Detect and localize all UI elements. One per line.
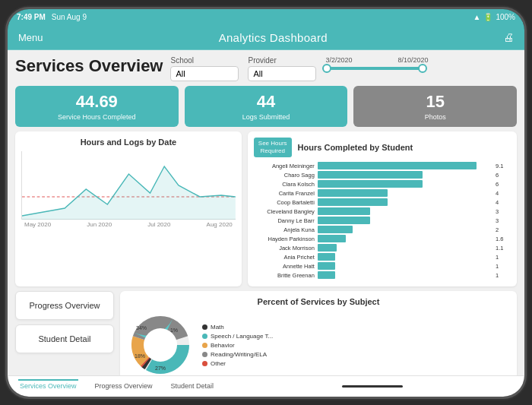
bar-fill xyxy=(318,235,346,242)
pie-content: 1% 34% 18% 27% Math S xyxy=(126,311,511,375)
bar-container xyxy=(318,198,492,206)
bar-row: Annette Hatt 1 xyxy=(254,262,511,270)
date-range-slider[interactable] xyxy=(325,67,424,70)
slider-thumb-left[interactable] xyxy=(322,64,331,73)
bar-container xyxy=(318,271,492,279)
bar-row: Cleveland Bangley 3 xyxy=(254,207,511,215)
bar-row: Danny Le Barr 3 xyxy=(254,217,511,224)
bar-fill xyxy=(318,198,388,206)
x-labels: May 2020 Jun 2020 Jul 2020 Aug 2020 xyxy=(21,221,236,228)
legend-label-other: Other xyxy=(211,360,226,367)
metric-card-logs: 44 Logs Submitted xyxy=(185,86,348,127)
bar-row: Anjela Kuna 2 xyxy=(254,226,511,233)
metric-label-logs: Logs Submitted xyxy=(192,113,340,121)
bar-fill xyxy=(318,217,370,224)
pie-chart-card: Percent of Services by Subject xyxy=(120,291,517,375)
tablet-inner: 7:49 PM Sun Aug 9 ▲ 🔋 100% Menu Analytic… xyxy=(8,9,524,397)
date-start: 3/2/2020 xyxy=(325,56,352,64)
menu-button[interactable]: Menu xyxy=(18,32,43,43)
see-hours-button[interactable]: See Hours Required xyxy=(254,138,292,158)
bar-fill xyxy=(318,262,335,270)
bar-label: Anjela Kuna xyxy=(254,226,315,233)
bar-container xyxy=(318,180,492,188)
bar-container xyxy=(318,235,492,242)
bar-value: 4 xyxy=(496,190,511,197)
bar-rows-container: Angeli Meininger 9.1 Charo Sagg 6 Clara … xyxy=(254,162,511,279)
legend-label-reading: Reading/Writing/ELA xyxy=(211,351,267,358)
bar-container xyxy=(318,207,492,215)
bar-chart-card: See Hours Required Hours Completed by St… xyxy=(248,131,517,287)
bar-label: Ania Prichet xyxy=(254,254,315,261)
bar-row: Clara Kolsch 6 xyxy=(254,180,511,188)
school-filter-label: School xyxy=(170,56,239,65)
metric-value-photos: 15 xyxy=(361,92,509,112)
tab-services-overview[interactable]: Services Overview xyxy=(18,379,78,393)
bar-container xyxy=(318,162,492,169)
legend-dot-speech xyxy=(202,334,207,339)
bar-fill xyxy=(318,271,335,279)
school-filter-group: School All xyxy=(170,56,239,81)
progress-overview-button[interactable]: Progress Overview xyxy=(15,291,114,320)
main-content: Services Overview School All Provider Al… xyxy=(8,50,524,375)
bar-fill xyxy=(318,171,423,179)
bar-chart-header: See Hours Required Hours Completed by St… xyxy=(254,138,511,158)
bar-fill xyxy=(318,189,388,197)
bar-row: Charo Sagg 6 xyxy=(254,171,511,179)
legend-dot-reading xyxy=(202,352,207,357)
status-time: 7:49 PM xyxy=(17,13,46,21)
svg-text:1%: 1% xyxy=(170,327,178,333)
bar-container xyxy=(318,217,492,224)
slider-fill xyxy=(325,67,424,70)
legend-other: Other xyxy=(202,360,273,367)
bottom-section: Progress Overview Student Detail Percent… xyxy=(15,291,517,375)
battery-icon: 🔋 xyxy=(483,13,492,21)
bar-label: Hayden Parkinson xyxy=(254,236,315,242)
tablet-frame: 7:49 PM Sun Aug 9 ▲ 🔋 100% Menu Analytic… xyxy=(8,9,524,397)
school-filter-select[interactable]: All xyxy=(170,66,239,81)
line-chart-svg xyxy=(22,151,236,220)
filter-row: School All Provider All 3/2/2020 xyxy=(170,56,517,81)
top-section: Services Overview School All Provider Al… xyxy=(15,56,517,81)
slider-thumb-right[interactable] xyxy=(418,64,427,73)
pie-legend: Math Speech / Language T... Behavior xyxy=(202,324,273,367)
svg-text:27%: 27% xyxy=(155,365,166,371)
x-label-2: Jul 2020 xyxy=(147,221,170,228)
bar-fill xyxy=(318,226,353,233)
provider-filter-select[interactable]: All xyxy=(248,66,316,81)
bar-value: 4 xyxy=(496,199,511,206)
bar-label: Danny Le Barr xyxy=(254,217,315,224)
bar-fill xyxy=(318,244,337,252)
pie-chart-svg: 1% 34% 18% 27% xyxy=(126,311,195,375)
x-label-1: Jun 2020 xyxy=(87,221,112,228)
bar-label: Britte Greenan xyxy=(254,272,315,279)
tab-student-detail[interactable]: Student Detail xyxy=(169,379,216,393)
legend-dot-behavior xyxy=(202,343,207,348)
bar-value: 1.1 xyxy=(496,245,511,252)
pie-chart-title: Percent of Services by Subject xyxy=(126,297,511,306)
bar-row: Coop Bartaletti 4 xyxy=(254,198,511,206)
student-detail-button[interactable]: Student Detail xyxy=(15,324,114,353)
bar-value: 3 xyxy=(496,208,511,215)
provider-filter-label: Provider xyxy=(248,56,316,65)
bar-value: 9.1 xyxy=(496,163,511,169)
nav-bar: Menu Analytics Dashboard 🖨 xyxy=(8,26,524,50)
line-chart-title: Hours and Logs by Date xyxy=(21,138,236,147)
bar-label: Coop Bartaletti xyxy=(254,199,315,206)
bar-value: 2 xyxy=(496,226,511,233)
middle-section: Hours and Logs by Date May 2020 xyxy=(15,131,517,287)
bar-value: 6 xyxy=(496,172,511,179)
print-icon[interactable]: 🖨 xyxy=(503,31,514,43)
line-chart-container xyxy=(21,151,236,220)
bar-value: 1 xyxy=(496,272,511,279)
bar-fill xyxy=(318,253,335,261)
bar-row: Britte Greenan 1 xyxy=(254,271,511,279)
svg-point-3 xyxy=(144,328,177,362)
metric-card-hours: 44.69 Service Hours Completed xyxy=(15,86,179,127)
tab-progress-overview[interactable]: Progress Overview xyxy=(93,379,154,393)
bar-container xyxy=(318,171,492,179)
bar-row: Jack Morrison 1.1 xyxy=(254,244,511,252)
legend-label-behavior: Behavior xyxy=(211,342,235,349)
bar-label: Cleveland Bangley xyxy=(254,208,315,215)
provider-filter-group: Provider All xyxy=(248,56,316,81)
bar-value: 6 xyxy=(496,181,511,188)
